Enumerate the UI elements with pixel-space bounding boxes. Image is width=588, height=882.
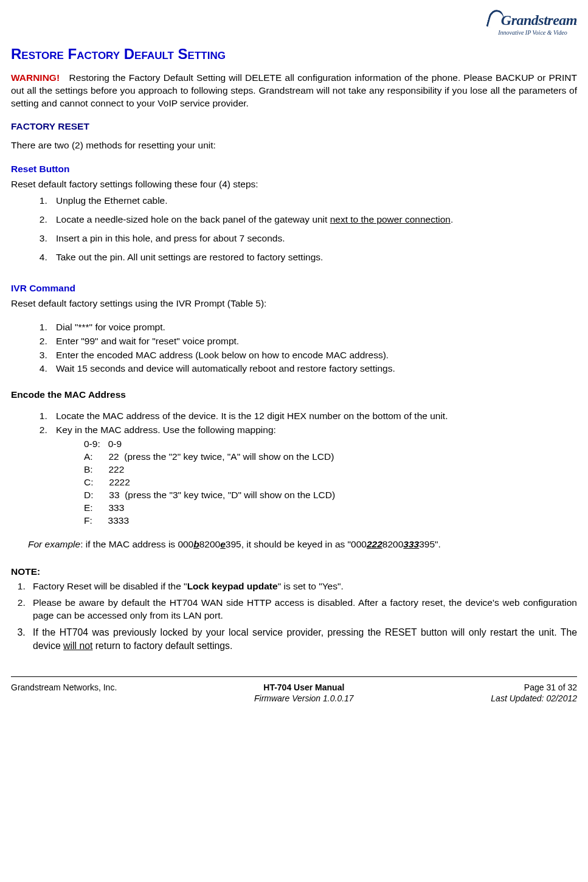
mapping-row: E: 333 <box>84 502 577 515</box>
list-item: Locate a needle-sized hole on the back p… <box>50 214 577 226</box>
footer-company: Grandstream Networks, Inc. <box>11 682 117 705</box>
factory-reset-intro: There are two (2) methods for resetting … <box>11 139 577 152</box>
list-item: Dial "***" for voice prompt. <box>50 321 577 334</box>
mapping-row: F: 3333 <box>84 515 577 527</box>
reset-button-steps: Unplug the Ethernet cable. Locate a need… <box>33 195 577 264</box>
mapping-row: B: 222 <box>84 464 577 476</box>
grandstream-logo: Grandstream Innovative IP Voice & Video <box>488 10 577 37</box>
list-item: Key in the MAC address. Use the followin… <box>50 424 577 437</box>
mapping-row: C: 2222 <box>84 476 577 489</box>
note-list: Factory Reset will be disabled if the "L… <box>11 580 577 651</box>
ivr-heading: IVR Command <box>11 282 577 295</box>
list-item: Please be aware by default the HT704 WAN… <box>28 597 577 622</box>
list-item: If the HT704 was previously locked by yo… <box>28 626 577 652</box>
page-title: Restore Factory Default Setting <box>11 44 577 64</box>
mapping-row: A: 22 (press the "2" key twice, "A" will… <box>84 451 577 464</box>
list-item: Insert a pin in this hole, and press for… <box>50 232 577 245</box>
example-label: For example <box>28 539 80 549</box>
warning-paragraph: WARNING! Restoring the Factory Default S… <box>11 72 577 110</box>
mapping-row: 0-9: 0-9 <box>84 438 577 451</box>
logo-tagline: Innovative IP Voice & Video <box>488 29 577 37</box>
list-item: Take out the pin. All unit settings are … <box>50 251 577 264</box>
list-item: Wait 15 seconds and device will automati… <box>50 363 577 375</box>
factory-reset-heading: FACTORY RESET <box>11 120 577 133</box>
footer-center: HT-704 User Manual Firmware Version 1.0.… <box>254 682 354 705</box>
list-item: Enter the encoded MAC address (Look belo… <box>50 349 577 362</box>
footer-firmware: Firmware Version 1.0.0.17 <box>254 693 354 703</box>
list-item: Locate the MAC address of the device. It… <box>50 410 577 423</box>
list-item: Factory Reset will be disabled if the "L… <box>28 580 577 593</box>
logo-text: Grandstream <box>501 12 577 28</box>
footer-right: Page 31 of 32 Last Updated: 02/2012 <box>491 682 577 705</box>
mapping-row: D: 33 (press the "3" key twice, "D" will… <box>84 489 577 502</box>
encode-steps: Locate the MAC address of the device. It… <box>33 410 577 437</box>
header-logo-area: Grandstream Innovative IP Voice & Video <box>11 10 577 38</box>
warning-text: Restoring the Factory Default Setting wi… <box>11 72 577 108</box>
ivr-steps: Dial "***" for voice prompt. Enter "99" … <box>33 321 577 376</box>
mac-mapping-table: 0-9: 0-9 A: 22 (press the "2" key twice,… <box>84 438 577 527</box>
list-item: Unplug the Ethernet cable. <box>50 195 577 207</box>
encode-example: For example: if the MAC address is 000b8… <box>28 538 577 551</box>
footer-updated: Last Updated: 02/2012 <box>491 693 577 703</box>
underline-text: next to the power connection <box>330 214 451 224</box>
encode-heading: Encode the MAC Address <box>11 389 577 401</box>
list-item: Enter "99" and wait for "reset" voice pr… <box>50 335 577 348</box>
page-footer: Grandstream Networks, Inc. HT-704 User M… <box>11 682 577 705</box>
reset-button-heading: Reset Button <box>11 163 577 176</box>
footer-doc-title: HT-704 User Manual <box>263 682 344 692</box>
warning-label: WARNING! <box>11 72 60 83</box>
reset-button-intro: Reset default factory settings following… <box>11 178 577 191</box>
footer-page-number: Page 31 of 32 <box>524 682 577 692</box>
note-heading: NOTE: <box>11 566 577 578</box>
ivr-intro: Reset default factory settings using the… <box>11 297 577 310</box>
footer-divider <box>11 676 577 677</box>
